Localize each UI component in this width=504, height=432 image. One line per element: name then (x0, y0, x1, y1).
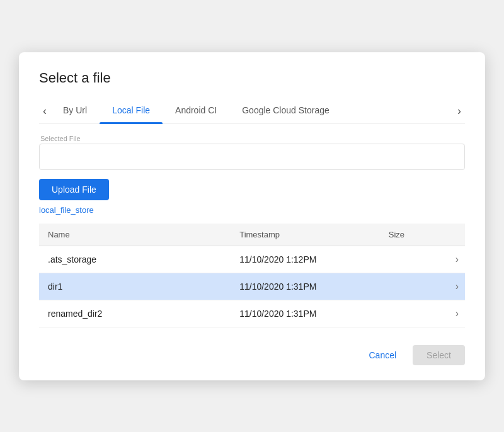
cell-timestamp: 11/10/2020 1:12PM (231, 246, 380, 273)
col-header-name: Name (39, 224, 231, 246)
table-row[interactable]: renamed_dir211/10/2020 1:31PM› (39, 300, 465, 327)
cell-size (380, 246, 444, 273)
file-table: Name Timestamp Size .ats_storage11/10/20… (39, 224, 465, 327)
cell-name: dir1 (39, 273, 231, 300)
tab-google-cloud-storage[interactable]: Google Cloud Storage (229, 99, 342, 123)
table-header-row: Name Timestamp Size (39, 224, 465, 246)
cancel-button[interactable]: Cancel (358, 345, 406, 365)
tab-by-url[interactable]: By Url (50, 99, 100, 123)
dialog-title: Select a file (39, 70, 465, 86)
table-row[interactable]: dir111/10/2020 1:31PM› (39, 273, 465, 300)
selected-file-label: Selected File (40, 135, 465, 142)
col-header-timestamp: Timestamp (231, 224, 380, 246)
tabs-container: ‹ By Url Local File Android CI Google Cl… (39, 99, 465, 123)
cell-chevron: › (444, 300, 465, 327)
table-row[interactable]: .ats_storage11/10/2020 1:12PM› (39, 246, 465, 273)
cell-name: .ats_storage (39, 246, 231, 273)
col-header-size: Size (380, 224, 444, 246)
tab-android-ci[interactable]: Android CI (163, 99, 229, 123)
tabs: By Url Local File Android CI Google Clou… (50, 99, 454, 123)
cell-name: renamed_dir2 (39, 300, 231, 327)
selected-file-input[interactable] (39, 144, 465, 170)
tab-next-button[interactable]: › (454, 103, 465, 119)
breadcrumb-link[interactable]: local_file_store (39, 205, 465, 215)
selected-file-section: Selected File (39, 135, 465, 179)
file-select-dialog: Select a file ‹ By Url Local File Androi… (19, 52, 485, 380)
cell-size (380, 300, 444, 327)
cell-timestamp: 11/10/2020 1:31PM (231, 300, 380, 327)
upload-file-button[interactable]: Upload File (39, 179, 109, 200)
cell-size (380, 273, 444, 300)
tab-local-file[interactable]: Local File (100, 99, 163, 123)
dialog-footer: Cancel Select (39, 345, 465, 365)
select-button[interactable]: Select (413, 345, 465, 365)
cell-timestamp: 11/10/2020 1:31PM (231, 273, 380, 300)
cell-chevron: › (444, 273, 465, 300)
file-table-body: .ats_storage11/10/2020 1:12PM›dir111/10/… (39, 246, 465, 327)
col-header-chevron (444, 224, 465, 246)
cell-chevron: › (444, 246, 465, 273)
tab-prev-button[interactable]: ‹ (39, 103, 50, 119)
